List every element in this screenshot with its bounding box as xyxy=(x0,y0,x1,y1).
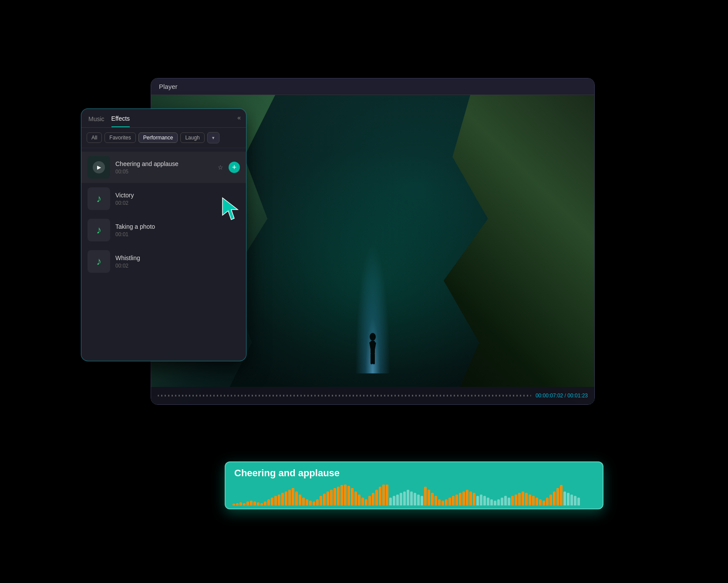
star-button-cheering[interactable]: ☆ xyxy=(215,162,226,173)
waveform-bar xyxy=(274,496,277,505)
sound-info-victory: Victory 00:02 xyxy=(115,192,240,206)
waveform-bar xyxy=(407,490,409,505)
collapse-button[interactable]: « xyxy=(237,114,241,121)
waveform-bar xyxy=(515,495,517,505)
waveform-bar xyxy=(476,496,479,505)
sound-name-cheering: Cheering and applause xyxy=(115,160,209,167)
timeline[interactable] xyxy=(158,395,531,397)
waveform-bar xyxy=(508,498,510,505)
waveform-bar xyxy=(438,499,441,505)
waveform-bar xyxy=(483,496,486,505)
sound-item-whistling[interactable]: ♪ Whistling 00:02 xyxy=(81,246,246,277)
waveform-bar xyxy=(295,491,298,505)
filter-dropdown[interactable]: ▾ xyxy=(207,132,219,143)
filter-favorites[interactable]: Favorites xyxy=(104,132,135,143)
waveform-bar xyxy=(511,496,514,505)
svg-rect-4 xyxy=(371,353,373,364)
waveform-bar xyxy=(536,498,538,505)
waveform-bar xyxy=(567,493,570,505)
waveform-bar xyxy=(546,498,549,505)
waveform-bar xyxy=(320,496,322,505)
waveform-bar xyxy=(518,493,521,505)
waveform-container xyxy=(226,481,603,505)
waveform-bar xyxy=(539,499,542,505)
sound-info-cheering: Cheering and applause 00:05 xyxy=(115,160,209,175)
play-icon: ▶ xyxy=(97,164,101,170)
tab-music[interactable]: Music xyxy=(88,115,104,127)
waveform-bar xyxy=(469,491,472,505)
waveform-bar xyxy=(421,496,423,505)
sound-thumb-photo: ♪ xyxy=(88,219,110,241)
waveform-bar xyxy=(340,485,343,505)
waveform-bar xyxy=(473,493,475,505)
sound-item-victory[interactable]: ♪ Victory 00:02 xyxy=(81,183,246,214)
waveform-bar xyxy=(560,485,563,505)
filter-all[interactable]: All xyxy=(87,132,102,143)
waveform-bar xyxy=(299,495,301,505)
waveform-bar xyxy=(372,493,374,505)
waveform-bar xyxy=(549,495,552,505)
waveform-bar xyxy=(501,498,503,505)
waveform-bar xyxy=(278,495,280,505)
filter-performance[interactable]: Performance xyxy=(138,132,178,143)
panel-tabs: Music Effects « xyxy=(81,109,246,128)
waveform-bar xyxy=(462,491,465,505)
filter-laugh[interactable]: Laugh xyxy=(180,132,204,143)
waveform-bar xyxy=(459,493,462,505)
waveform-bar xyxy=(410,491,413,505)
waveform-bar xyxy=(365,499,367,505)
waveform-bar xyxy=(344,485,347,505)
player-timebar: 00:00:07:02 / 00:01:23 xyxy=(151,387,594,404)
sound-item-cheering[interactable]: ▶ Cheering and applause 00:05 ☆ + xyxy=(81,152,246,183)
waveform-bar xyxy=(271,498,273,505)
add-button-cheering[interactable]: + xyxy=(229,162,240,173)
sound-thumb-cheering: ▶ xyxy=(88,156,110,179)
player-title: Player xyxy=(151,78,594,95)
waveform-bar xyxy=(424,487,427,505)
time-display: 00:00:07:02 / 00:01:23 xyxy=(536,393,588,399)
waveform-bar xyxy=(288,490,291,505)
waveform-bar xyxy=(354,491,357,505)
waveform-bar xyxy=(556,488,559,505)
sound-thumb-victory: ♪ xyxy=(88,187,110,210)
waveform-bar xyxy=(292,488,294,505)
waveform-bar xyxy=(281,493,284,505)
waveform-bar xyxy=(532,496,535,505)
waveform-bar xyxy=(260,503,263,505)
waveform-bar xyxy=(358,495,361,505)
effects-panel: Music Effects « All Favorites Performanc… xyxy=(81,108,246,361)
waveform-bar xyxy=(529,495,531,505)
tab-effects[interactable]: Effects xyxy=(111,115,130,127)
waveform-bar xyxy=(393,496,395,505)
sound-duration-cheering: 00:05 xyxy=(115,169,209,175)
waveform-bar xyxy=(236,503,239,505)
sound-name-whistling: Whistling xyxy=(115,254,240,261)
waveform-bar xyxy=(334,488,336,505)
waveform-bar xyxy=(445,499,448,505)
waveform-bar xyxy=(379,487,381,505)
play-button-cheering[interactable]: ▶ xyxy=(93,161,105,173)
waveform-bar xyxy=(316,499,319,505)
waveform-bar xyxy=(309,501,312,505)
waveform-bar xyxy=(330,490,333,505)
waveform-bar xyxy=(396,495,399,505)
waveform-bar xyxy=(553,491,556,505)
waveform-bar xyxy=(428,490,430,505)
waveform-bar xyxy=(239,502,242,505)
sound-thumb-whistling: ♪ xyxy=(88,250,110,273)
svg-point-0 xyxy=(370,333,376,341)
waveform-bar xyxy=(577,498,580,505)
waveform-bar xyxy=(574,496,576,505)
waveform-bar xyxy=(525,493,528,505)
waveform-bar xyxy=(368,496,371,505)
music-note-icon-victory: ♪ xyxy=(96,193,101,205)
sound-duration-photo: 00:01 xyxy=(115,231,240,237)
waveform-bar xyxy=(306,499,308,505)
waveform-bar xyxy=(403,491,406,505)
sound-item-photo[interactable]: ♪ Taking a photo 00:01 xyxy=(81,214,246,246)
waveform-bar xyxy=(361,498,364,505)
waveform-bar xyxy=(487,498,489,505)
waveform-bar xyxy=(494,501,496,505)
waveform-bar xyxy=(253,502,256,505)
waveform-bar xyxy=(455,495,458,505)
